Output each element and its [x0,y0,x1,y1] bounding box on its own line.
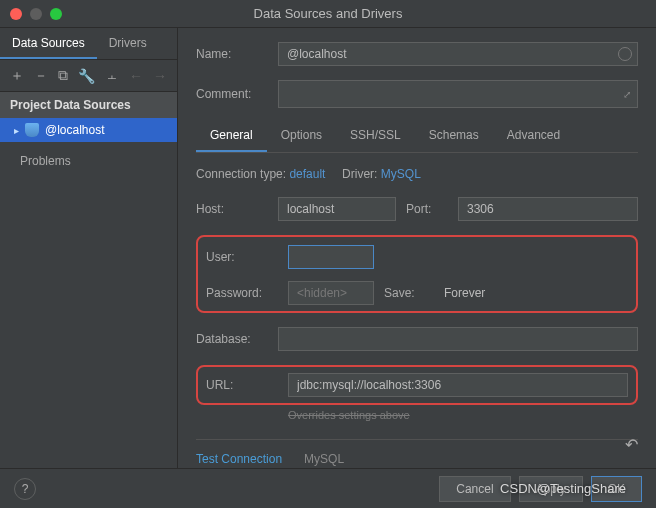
name-label: Name: [196,47,268,61]
divider [196,439,638,440]
apply-button[interactable]: Apply [519,476,583,502]
property-tabs: General Options SSH/SSL Schemas Advanced [196,122,638,153]
titlebar: Data Sources and Drivers [0,0,656,28]
tab-data-sources[interactable]: Data Sources [0,28,97,59]
tab-advanced[interactable]: Advanced [493,122,574,152]
database-input[interactable] [278,327,638,351]
port-input[interactable] [458,197,638,221]
content-panel: Name: Comment: ⤢ General Options SSH/SSL… [178,28,656,468]
datasource-label: @localhost [45,123,105,137]
save-select[interactable] [436,281,586,305]
database-label: Database: [196,332,268,346]
chevron-right-icon: ▸ [14,125,19,136]
dialog-footer: ? Cancel Apply OK [0,468,656,508]
user-label: User: [206,250,278,264]
comment-label: Comment: [196,87,268,101]
name-input[interactable] [278,42,638,66]
conn-type-label: Connection type: [196,167,286,181]
zoom-icon[interactable] [50,8,62,20]
window-controls [10,8,62,20]
password-input[interactable] [288,281,374,305]
test-connection-link[interactable]: Test Connection [196,452,282,466]
driver-label: Driver: [342,167,377,181]
add-icon[interactable]: ＋ [10,67,24,85]
window-title: Data Sources and Drivers [254,6,403,21]
sidebar-toolbar: ＋ － ⧉ 🔧 ⫠ ← → [0,60,177,92]
minimize-icon [30,8,42,20]
revert-icon[interactable]: ↶ [625,435,638,454]
driver-info: MySQL [304,452,344,466]
sidebar: Data Sources Drivers ＋ － ⧉ 🔧 ⫠ ← → Proje… [0,28,178,468]
help-button[interactable]: ? [14,478,36,500]
user-input[interactable] [288,245,374,269]
override-hint: Overrides settings above [288,409,638,421]
host-input[interactable] [278,197,396,221]
url-label: URL: [206,378,278,392]
driver-link[interactable]: MySQL [381,167,421,181]
cancel-button[interactable]: Cancel [439,476,510,502]
comment-input[interactable]: ⤢ [278,80,638,108]
credentials-highlight: User: Password: Save: [196,235,638,313]
expand-icon[interactable]: ⤢ [623,89,631,100]
tab-schemas[interactable]: Schemas [415,122,493,152]
duplicate-icon[interactable]: ⧉ [58,67,68,84]
wrench-icon[interactable]: 🔧 [78,68,95,84]
ok-button[interactable]: OK [591,476,642,502]
forward-icon: → [153,68,167,84]
close-icon[interactable] [10,8,22,20]
back-icon: ← [129,68,143,84]
remove-icon[interactable]: － [34,67,48,85]
tab-general[interactable]: General [196,122,267,152]
tab-ssh-ssl[interactable]: SSH/SSL [336,122,415,152]
graph-icon[interactable]: ⫠ [105,68,119,84]
url-highlight: URL: [196,365,638,405]
tab-options[interactable]: Options [267,122,336,152]
sidebar-tabs: Data Sources Drivers [0,28,177,60]
host-label: Host: [196,202,268,216]
save-label: Save: [384,286,426,300]
port-label: Port: [406,202,448,216]
database-icon [25,123,39,137]
tab-drivers[interactable]: Drivers [97,28,159,59]
datasource-item-localhost[interactable]: ▸ @localhost [0,118,177,142]
sidebar-item-problems[interactable]: Problems [0,142,177,180]
connection-meta: Connection type: default Driver: MySQL [196,167,638,181]
password-label: Password: [206,286,278,300]
url-input[interactable] [288,373,628,397]
reset-name-icon[interactable] [618,47,632,61]
conn-type-link[interactable]: default [289,167,325,181]
project-sources-header: Project Data Sources [0,92,177,118]
